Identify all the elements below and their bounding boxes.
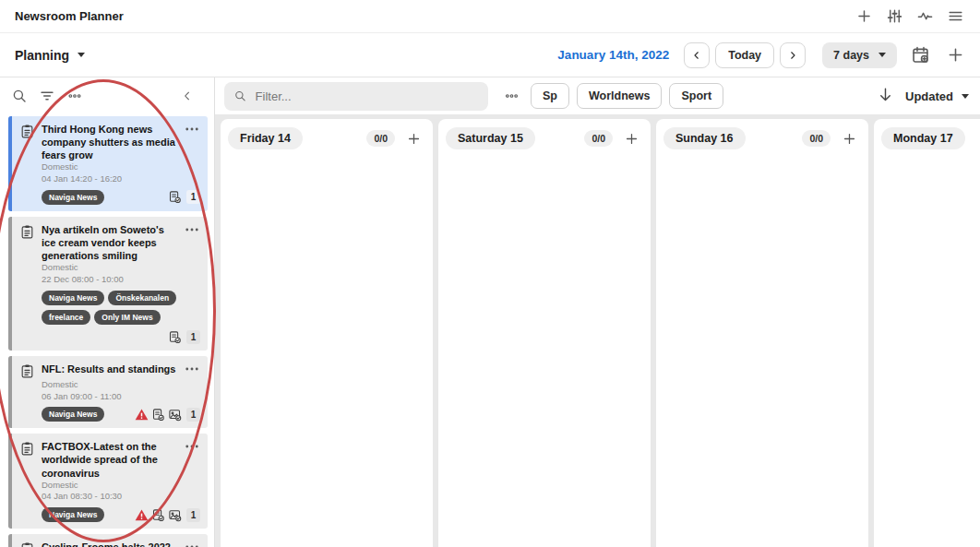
assignment-check-icon — [168, 190, 182, 204]
column-day-label: Monday 17 — [881, 127, 965, 149]
column-add-button[interactable] — [621, 128, 641, 149]
card-tags: Naviga News Önskekanalen freelance Only … — [42, 291, 200, 325]
card-section: Domestic — [42, 262, 200, 274]
card-time: 06 Jan 09:00 - 11:00 — [42, 391, 200, 403]
chevron-left-icon — [691, 50, 702, 61]
card-tags: Naviga News — [42, 407, 135, 422]
tune-icon — [886, 7, 903, 25]
add-button[interactable] — [852, 5, 876, 29]
more-options-icon — [184, 123, 200, 136]
day-column-monday: Monday 17 — [874, 119, 980, 547]
card-more-button[interactable] — [184, 123, 200, 136]
card-more-button[interactable] — [184, 363, 200, 375]
plus-icon — [946, 45, 965, 65]
view-selector[interactable]: Planning — [15, 48, 85, 63]
chevron-down-icon — [78, 53, 85, 57]
settings-sliders-button[interactable] — [882, 5, 906, 29]
add-event-button[interactable] — [908, 43, 932, 67]
prev-day-button[interactable] — [684, 42, 710, 68]
hamburger-menu-icon — [947, 7, 964, 25]
assignment-check-icon — [168, 330, 182, 344]
card-time: 04 Jan 08:30 - 10:30 — [42, 491, 200, 503]
current-date-label[interactable]: January 14th, 2022 — [557, 48, 669, 62]
menu-button[interactable] — [943, 5, 967, 29]
plus-icon — [624, 131, 639, 147]
plus-icon — [855, 7, 873, 25]
day-column-saturday: Saturday 15 0/0 — [438, 119, 651, 547]
news-card[interactable]: Third Hong Kong news company shutters as… — [8, 116, 208, 211]
card-count-badge: 1 — [186, 508, 200, 522]
warning-icon — [135, 508, 149, 522]
activity-button[interactable] — [913, 5, 937, 29]
filter-chip-worldnews[interactable]: Worldnews — [577, 83, 662, 109]
plus-icon — [842, 131, 857, 147]
today-button[interactable]: Today — [715, 42, 774, 68]
more-options-icon — [66, 92, 83, 100]
page-title: Newsroom Planner — [15, 9, 124, 23]
tag: freelance — [42, 310, 90, 325]
card-title: Third Hong Kong news company shutters as… — [42, 123, 180, 161]
day-column-sunday: Sunday 16 0/0 — [656, 119, 868, 547]
filter-input[interactable] — [256, 89, 479, 103]
article-icon — [19, 124, 35, 139]
more-options-icon — [184, 223, 200, 236]
column-day-label: Friday 14 — [228, 127, 303, 149]
card-title: NFL: Results and standings — [42, 363, 180, 375]
card-section: Domestic — [42, 379, 200, 391]
date-range-select[interactable]: 7 days — [822, 42, 897, 68]
sidebar: Third Hong Kong news company shutters as… — [0, 77, 215, 547]
board-columns: Friday 14 0/0 Saturday 15 0/0 Sunday 16 — [215, 114, 980, 547]
sort-select-label: Updated — [905, 89, 953, 103]
filter-chip-sp[interactable]: Sp — [531, 83, 569, 109]
sort-select[interactable]: Updated — [905, 89, 969, 103]
sidebar-more-button[interactable] — [63, 84, 87, 108]
card-title: FACTBOX-Latest on the worldwide spread o… — [42, 440, 180, 479]
column-day-label: Sunday 16 — [663, 127, 746, 149]
card-tags: Naviga News — [42, 190, 168, 205]
news-card[interactable]: Cycling-Froome halts 2022 season prepara… — [8, 534, 208, 547]
search-icon — [233, 89, 247, 103]
newsroom-planner-app: Newsroom Planner Planning January 14th, … — [0, 0, 980, 547]
card-more-button[interactable] — [184, 541, 200, 547]
article-icon — [19, 441, 35, 457]
chevron-down-icon — [878, 53, 886, 57]
card-more-button[interactable] — [184, 440, 200, 453]
sidebar-search-button[interactable] — [7, 84, 31, 108]
card-more-button[interactable] — [184, 223, 200, 236]
next-day-button[interactable] — [780, 42, 806, 68]
column-count-badge: 0/0 — [366, 130, 395, 147]
calendar-add-icon — [911, 45, 930, 65]
chevron-down-icon — [962, 94, 969, 99]
column-day-label: Saturday 15 — [446, 127, 535, 149]
filter-chip-sport[interactable]: Sport — [669, 83, 723, 109]
sidebar-filter-button[interactable] — [35, 84, 59, 108]
card-tags: Naviga News — [42, 507, 135, 522]
warning-icon — [135, 408, 149, 422]
card-title: Nya artikeln om Soweto's ice cream vendo… — [42, 223, 180, 262]
card-title: Cycling-Froome halts 2022 season prepara… — [42, 541, 180, 547]
news-card[interactable]: FACTBOX-Latest on the worldwide spread o… — [8, 434, 208, 529]
sidebar-toolbar — [0, 77, 214, 114]
filter-more-button[interactable] — [499, 84, 523, 108]
column-add-button[interactable] — [839, 128, 859, 149]
tag: Only IM News — [94, 310, 160, 325]
sidebar-collapse-button[interactable] — [175, 84, 199, 108]
card-count-badge: 1 — [186, 190, 200, 204]
image-check-icon — [168, 408, 182, 422]
tag: Naviga News — [42, 190, 104, 205]
card-time: 22 Dec 08:00 - 10:00 — [42, 274, 200, 286]
news-card[interactable]: NFL: Results and standings Domestic 06 J… — [8, 356, 208, 429]
filter-field[interactable] — [224, 82, 488, 111]
news-card[interactable]: Nya artikeln om Soweto's ice cream vendo… — [8, 217, 208, 351]
sort-direction-button[interactable] — [877, 86, 894, 107]
more-options-icon — [184, 363, 200, 375]
image-check-icon — [168, 508, 182, 522]
sort-control[interactable]: Updated — [877, 86, 969, 107]
column-add-button[interactable] — [403, 128, 424, 149]
filter-list-icon — [39, 88, 55, 104]
card-section: Domestic — [42, 161, 200, 173]
card-count-badge: 1 — [186, 408, 200, 422]
create-button[interactable] — [943, 43, 967, 67]
board-filter-toolbar: Sp Worldnews Sport Updated — [215, 77, 980, 114]
article-icon — [19, 541, 35, 547]
